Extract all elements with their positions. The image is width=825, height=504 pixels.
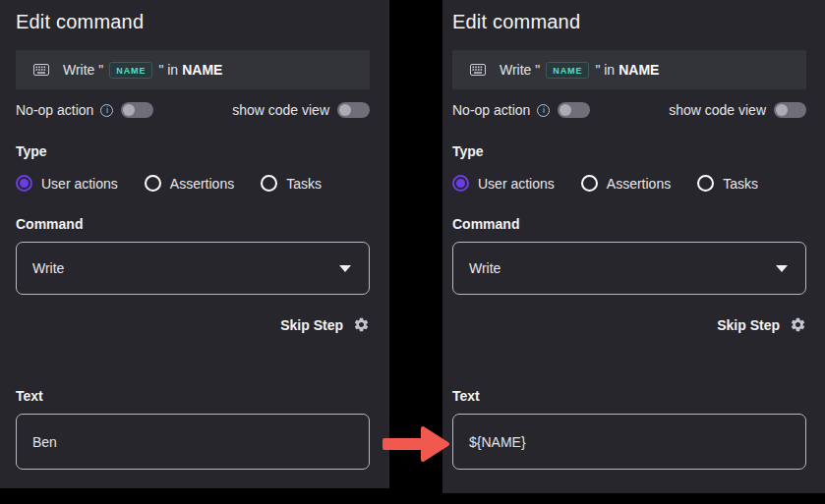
radio-label: User actions [478,176,555,192]
dialog-title: Edit command [452,9,806,34]
code-view-group: show code view [232,102,370,118]
command-label: Command [452,216,806,233]
toggle-knob [123,104,135,116]
toggle-knob [560,104,571,116]
radio-assertions[interactable]: Assertions [581,175,671,192]
noop-toggle[interactable] [121,102,153,118]
command-select[interactable]: Write [16,242,370,295]
info-icon[interactable]: i [100,104,113,117]
noop-group: No-op action i [452,102,590,118]
radio-tasks[interactable]: Tasks [697,175,758,192]
summary-target: NAME [619,62,659,78]
variable-badge: NAME [546,62,589,79]
text-input[interactable] [452,414,806,470]
info-icon[interactable]: i [537,104,550,117]
gear-icon[interactable] [790,316,806,333]
noop-label: No-op action [452,102,530,118]
radio-icon [452,175,469,192]
radio-user-actions[interactable]: User actions [452,175,555,192]
radio-icon [697,175,714,192]
skip-step-label: Skip Step [280,317,343,333]
noop-toggle[interactable] [558,102,590,118]
command-label: Command [16,216,370,233]
text-label: Text [452,388,806,405]
summary-middle: " in [158,62,178,78]
variable-badge: NAME [109,62,152,79]
toggles-row: No-op action i show code view [16,102,370,118]
radio-label: Assertions [170,176,234,192]
radio-label: Tasks [723,176,758,192]
dialog-title: Edit command [16,9,370,34]
toggles-row: No-op action i show code view [452,102,806,118]
gear-icon[interactable] [353,316,370,333]
code-view-label: show code view [232,102,329,118]
comparison-canvas: { "colors": { "page_bg": "#000000", "pan… [0,0,825,504]
radio-label: User actions [41,176,118,192]
edit-command-dialog-after: Edit command Write " NAME " in NAME No-o… [442,0,825,493]
radio-assertions[interactable]: Assertions [145,175,234,192]
radio-icon [145,175,161,192]
type-label: Type [16,143,370,160]
command-select[interactable]: Write [452,242,806,295]
radio-user-actions[interactable]: User actions [16,175,118,192]
type-radio-group: User actions Assertions Tasks [452,175,806,192]
radio-icon [581,175,598,192]
radio-label: Assertions [607,176,671,192]
toggle-knob [339,104,351,116]
skip-step-row: Skip Step [16,316,370,333]
chevron-down-icon [339,265,351,272]
type-radio-group: User actions Assertions Tasks [16,175,370,192]
summary-prefix: Write " [63,62,103,78]
summary-middle: " in [595,62,615,78]
noop-group: No-op action i [16,102,153,118]
text-input[interactable] [16,414,370,470]
code-view-toggle[interactable] [337,102,370,118]
command-summary: Write " NAME " in NAME [452,50,806,89]
radio-label: Tasks [286,176,322,192]
summary-target: NAME [182,62,222,78]
radio-icon [16,175,32,192]
keyboard-icon [470,64,486,76]
chevron-down-icon [776,265,788,272]
command-summary: Write " NAME " in NAME [16,50,370,89]
edit-command-dialog-before: Edit command Write " NAME " in NAME No-o… [0,0,389,488]
radio-tasks[interactable]: Tasks [261,175,322,192]
toggle-knob [776,104,788,116]
code-view-group: show code view [669,102,806,118]
command-select-value: Write [469,260,501,276]
text-label: Text [16,388,370,405]
right-arrow-icon [383,425,451,463]
radio-icon [261,175,277,192]
keyboard-icon [33,64,49,76]
summary-prefix: Write " [500,62,540,78]
code-view-label: show code view [669,102,766,118]
skip-step-label: Skip Step [717,317,780,333]
command-select-value: Write [32,260,64,276]
type-label: Type [452,143,806,160]
skip-step-row: Skip Step [452,316,806,333]
noop-label: No-op action [16,102,93,118]
code-view-toggle[interactable] [774,102,806,118]
